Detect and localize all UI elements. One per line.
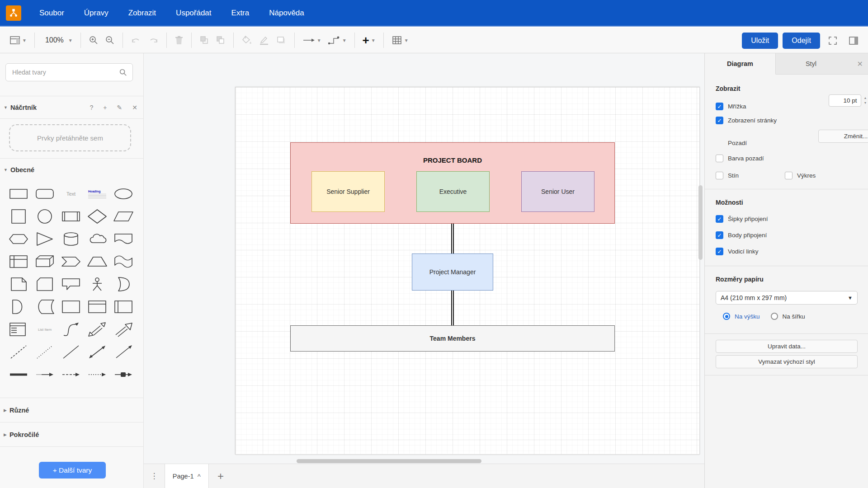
redo-button[interactable]: [145, 33, 162, 47]
shape-dotted-line[interactable]: [32, 341, 58, 363]
misc-section-header[interactable]: ▶ Různé: [0, 402, 144, 418]
shape-ellipse[interactable]: [110, 183, 137, 205]
sketch-checkbox[interactable]: [785, 172, 793, 179]
shape-cylinder[interactable]: [58, 228, 84, 250]
help-icon[interactable]: ?: [90, 104, 94, 111]
shape-tape[interactable]: [110, 250, 137, 273]
menu-extra[interactable]: Extra: [222, 4, 259, 22]
shape-document[interactable]: [110, 228, 137, 250]
node-team-members[interactable]: Team Members: [290, 325, 615, 352]
table-button[interactable]: ▼: [388, 33, 412, 48]
shape-arrow[interactable]: [110, 318, 137, 341]
shadow-button[interactable]: [273, 33, 290, 48]
shape-dotted-edge[interactable]: [84, 363, 110, 386]
node-project-manager[interactable]: Project Manager: [412, 253, 493, 291]
shape-triangle[interactable]: [32, 228, 58, 250]
menu-upravy[interactable]: Úpravy: [74, 4, 118, 22]
tab-styl[interactable]: Styl: [776, 53, 846, 74]
shape-internal-storage[interactable]: [5, 250, 32, 273]
page-tab[interactable]: Page-1 ^: [165, 464, 209, 488]
menu-soubor[interactable]: Soubor: [29, 4, 74, 22]
paper-size-select[interactable]: A4 (210 mm x 297 mm) ▼: [716, 291, 858, 305]
save-button[interactable]: Uložit: [742, 33, 778, 49]
shape-rectangle[interactable]: [5, 183, 32, 205]
shape-bidirectional-connector[interactable]: [84, 341, 110, 363]
node-executive[interactable]: Executive: [416, 171, 490, 212]
shape-container[interactable]: [58, 296, 84, 318]
exit-button[interactable]: Odejít: [783, 33, 820, 49]
shape-vertical-container[interactable]: [110, 296, 137, 318]
more-shapes-button[interactable]: + Další tvary: [39, 462, 106, 479]
edit-icon[interactable]: ✎: [117, 104, 123, 111]
to-back-button[interactable]: [212, 33, 229, 48]
connection-arrows-checkbox[interactable]: [716, 215, 723, 223]
node-project-board[interactable]: PROJECT BOARD Senior Supplier Executive …: [290, 142, 615, 224]
shadow-checkbox[interactable]: [716, 172, 723, 179]
node-senior-user[interactable]: Senior User: [521, 171, 594, 212]
shape-dashed-edge[interactable]: [58, 363, 84, 386]
shape-cube[interactable]: [32, 250, 58, 273]
vertical-scrollbar[interactable]: [698, 185, 703, 260]
shape-callout[interactable]: [58, 273, 84, 296]
add-page-button[interactable]: +: [209, 464, 232, 488]
close-icon[interactable]: ✕: [857, 60, 863, 68]
close-icon[interactable]: ✕: [132, 104, 137, 111]
shape-link[interactable]: [5, 363, 32, 386]
guides-checkbox[interactable]: [716, 248, 723, 255]
menu-zobrazit[interactable]: Zobrazit: [118, 4, 166, 22]
connection-points-checkbox[interactable]: [716, 231, 723, 239]
clear-default-style-button[interactable]: Vymazat výchozí styl: [716, 355, 858, 368]
pages-menu-button[interactable]: ⋮: [144, 464, 165, 488]
fullscreen-button[interactable]: [825, 33, 841, 48]
tab-diagram[interactable]: Diagram: [705, 53, 776, 75]
shape-list-item[interactable]: List Item: [32, 318, 58, 341]
grid-size-stepper[interactable]: ▲▼: [864, 95, 867, 105]
change-background-button[interactable]: Změnit...: [818, 130, 868, 143]
shape-data-storage[interactable]: [32, 296, 58, 318]
shape-circle[interactable]: [32, 205, 58, 228]
shape-heading[interactable]: Heading: [84, 183, 110, 205]
landscape-radio[interactable]: [771, 313, 778, 320]
shape-parallelogram[interactable]: [110, 205, 137, 228]
to-front-button[interactable]: [196, 33, 212, 48]
menu-napoveda[interactable]: Nápověda: [259, 4, 314, 22]
drawing-canvas[interactable]: PROJECT BOARD Senior Supplier Executive …: [144, 53, 704, 488]
shape-rounded-rectangle[interactable]: [32, 183, 58, 205]
zoom-in-button[interactable]: [85, 33, 102, 48]
search-input[interactable]: [11, 68, 119, 76]
shape-trapezoid[interactable]: [84, 250, 110, 273]
shape-labeled-edge[interactable]: [110, 363, 137, 386]
waypoint-style-button[interactable]: ▼: [325, 33, 350, 48]
shape-hexagon[interactable]: [5, 228, 32, 250]
undo-button[interactable]: [127, 33, 145, 47]
insert-button[interactable]: + ▼: [359, 33, 379, 47]
shape-card[interactable]: [32, 273, 58, 296]
shape-note[interactable]: [5, 273, 32, 296]
shape-process[interactable]: [58, 205, 84, 228]
shape-list[interactable]: [5, 318, 32, 341]
delete-button[interactable]: [171, 33, 187, 48]
page-view-checkbox[interactable]: [716, 117, 723, 124]
node-senior-supplier[interactable]: Senior Supplier: [311, 171, 385, 212]
shape-and[interactable]: [5, 296, 32, 318]
shape-or[interactable]: [110, 273, 137, 296]
shape-actor[interactable]: [84, 273, 110, 296]
shape-directional-connector[interactable]: [110, 341, 137, 363]
shape-bidirectional-arrow[interactable]: [84, 318, 110, 341]
shape-cloud[interactable]: [84, 228, 110, 250]
shape-simple-edge[interactable]: [32, 363, 58, 386]
shape-search[interactable]: [5, 63, 133, 81]
shape-text[interactable]: Text: [58, 183, 84, 205]
shape-dashed-line[interactable]: [5, 341, 32, 363]
grid-size-input[interactable]: [829, 94, 861, 107]
shape-diamond[interactable]: [84, 205, 110, 228]
scratchpad-drop-area[interactable]: Prvky přetáhněte sem: [9, 124, 131, 151]
advanced-section-header[interactable]: ▶ Pokročilé: [0, 427, 144, 443]
edit-data-button[interactable]: Upravit data...: [716, 340, 858, 353]
horizontal-scrollbar[interactable]: [297, 459, 481, 463]
fill-color-button[interactable]: [238, 33, 255, 48]
portrait-radio[interactable]: [723, 313, 730, 320]
shape-curve[interactable]: [58, 318, 84, 341]
grid-checkbox[interactable]: [716, 103, 723, 110]
shape-line[interactable]: [58, 341, 84, 363]
